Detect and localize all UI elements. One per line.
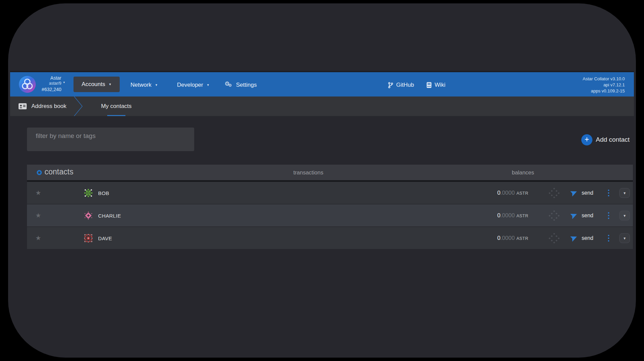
nav-accounts-label: Accounts (82, 81, 105, 88)
contact-balance: 0.0000ASTR (497, 235, 528, 242)
chain-spec: astar/9 (24, 81, 61, 86)
add-contact-button[interactable]: + Add contact (581, 133, 630, 146)
row-menu-button[interactable] (608, 212, 609, 219)
table-row-dave: ★ DAVE 0.0000ASTR s (27, 226, 633, 249)
column-transactions: transactions (293, 169, 323, 176)
nav-network[interactable]: Network ▼ (130, 72, 158, 98)
contacts-dot-icon (37, 170, 42, 175)
chain-block-number: #632,240 (24, 86, 61, 92)
row-dropdown-button[interactable]: ▼ (619, 211, 630, 220)
tab-my-contacts[interactable]: My contacts (95, 96, 138, 116)
contact-balance: 0.0000ASTR (497, 212, 528, 219)
expander-dots-icon (548, 187, 560, 199)
row-menu-button[interactable] (608, 190, 609, 196)
wiki-link[interactable]: Wiki (427, 72, 445, 98)
row-dropdown-button[interactable]: ▼ (619, 188, 630, 198)
filter-box (27, 128, 194, 151)
nav-developer[interactable]: Developer ▼ (177, 72, 209, 98)
contact-identicon[interactable] (84, 189, 93, 197)
contact-name: CHARLIE (98, 213, 121, 218)
apps-version: apps v0.109.2-15 (583, 88, 625, 94)
filter-input[interactable] (36, 131, 184, 141)
chain-caret-icon: ▼ (63, 81, 65, 84)
chevron-down-icon: ▼ (109, 83, 112, 86)
contact-identicon[interactable] (84, 234, 93, 243)
nav-settings[interactable]: ⚙⚙ Settings (225, 72, 257, 98)
app-window: Astar astar/9 #632,240 ▼ Accounts ▼ Netw… (8, 3, 636, 358)
paper-plane-icon (570, 189, 578, 196)
send-button[interactable]: send (570, 234, 593, 242)
tab-my-contacts-label: My contacts (101, 103, 132, 110)
contact-name: DAVE (98, 235, 112, 241)
github-link[interactable]: GitHub (388, 72, 414, 98)
chevron-divider-icon (74, 96, 84, 116)
table-row-charlie: ★ CHARLIE 0.0000ASTR send (27, 204, 633, 226)
table-header: contacts transactions balances (27, 165, 633, 180)
favorite-star-icon[interactable]: ★ (35, 234, 41, 242)
active-tab-underline (107, 115, 125, 116)
expander-dots-icon (548, 232, 560, 244)
wiki-label: Wiki (435, 82, 445, 88)
nav-accounts[interactable]: Accounts ▼ (74, 77, 120, 92)
column-balances: balances (512, 169, 534, 176)
add-contact-label: Add contact (596, 136, 630, 143)
api-version: api v7.12.1 (583, 82, 625, 88)
nav-network-label: Network (130, 82, 151, 88)
expander-dots-icon (548, 210, 560, 222)
address-card-icon (19, 103, 27, 109)
favorite-star-icon[interactable]: ★ (35, 189, 41, 196)
nav-developer-label: Developer (177, 82, 203, 88)
chevron-down-icon: ▼ (207, 83, 210, 87)
settings-gears-icon: ⚙⚙ (225, 81, 233, 89)
git-branch-icon (388, 82, 393, 88)
chain-name: Astar (24, 75, 61, 81)
chain-selector[interactable]: Astar astar/9 #632,240 (24, 75, 61, 92)
contact-identicon[interactable] (84, 211, 93, 220)
book-icon (427, 82, 432, 88)
send-button[interactable]: send (570, 212, 593, 219)
table-row-bob: ★ BOB 0.0000ASTR (27, 182, 633, 204)
row-menu-button[interactable] (608, 235, 609, 242)
plus-icon: + (581, 134, 592, 145)
nav-settings-label: Settings (236, 82, 257, 88)
tab-bar: Address book My contacts (10, 96, 634, 116)
favorite-star-icon[interactable]: ★ (35, 211, 41, 219)
contacts-table: contacts transactions balances ★ BOB 0.0… (27, 165, 633, 249)
version-info: Astar Collator v3.10.0 api v7.12.1 apps … (583, 76, 625, 94)
node-version: Astar Collator v3.10.0 (583, 76, 625, 82)
paper-plane-icon (570, 212, 578, 219)
row-dropdown-button[interactable]: ▼ (619, 233, 630, 243)
chevron-down-icon: ▼ (155, 83, 158, 87)
contact-balance: 0.0000ASTR (497, 190, 528, 196)
send-button[interactable]: send (570, 189, 593, 196)
table-title: contacts (45, 167, 74, 176)
breadcrumb-address-book[interactable]: Address book (19, 96, 66, 116)
paper-plane-icon (570, 234, 578, 242)
top-nav-bar: Astar astar/9 #632,240 ▼ Accounts ▼ Netw… (10, 71, 634, 96)
contact-name: BOB (98, 190, 109, 196)
breadcrumb-label: Address book (31, 103, 66, 110)
screen: Astar astar/9 #632,240 ▼ Accounts ▼ Netw… (0, 0, 644, 361)
github-label: GitHub (396, 82, 414, 88)
